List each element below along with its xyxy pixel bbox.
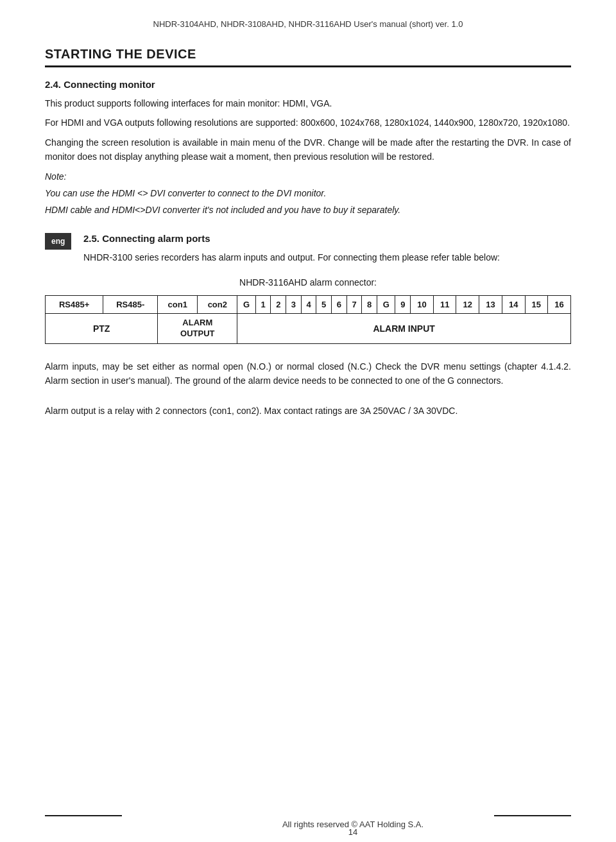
note-line1: You can use the HDMI <> DVI converter to… [45, 186, 571, 200]
col-14: 14 [502, 296, 525, 314]
col-3: 3 [286, 296, 302, 314]
section-divider [45, 65, 571, 67]
col-11: 11 [433, 296, 456, 314]
page-header: NHDR-3104AHD, NHDR-3108AHD, NHDR-3116AHD… [45, 19, 571, 29]
page-number: 14 [45, 827, 616, 837]
para-2-5-3: Alarm output is a relay with 2 connector… [45, 404, 571, 418]
header-title: NHDR-3104AHD, NHDR-3108AHD, NHDR-3116AHD… [153, 19, 463, 29]
section-2-5-wrapper: eng 2.5. Connecting alarm ports NHDR-310… [45, 233, 571, 264]
col-g1: G [237, 296, 255, 314]
section-main-title: STARTING THE DEVICE [45, 47, 571, 62]
col-13: 13 [479, 296, 502, 314]
para-2-4-2: For HDMI and VGA outputs following resol… [45, 116, 571, 130]
col-rs485minus: RS485- [103, 296, 158, 314]
alarm-output-cell: ALARMOUTPUT [158, 314, 237, 344]
ptz-cell: PTZ [46, 314, 158, 344]
page-container: NHDR-3104AHD, NHDR-3108AHD, NHDR-3116AHD… [0, 0, 616, 842]
col-con2: con2 [198, 296, 237, 314]
col-2: 2 [271, 296, 286, 314]
table-row-labels: PTZ ALARMOUTPUT ALARM INPUT [46, 314, 571, 344]
col-9: 9 [395, 296, 411, 314]
col-rs485plus: RS485+ [46, 296, 103, 314]
footer-line-right [494, 815, 571, 816]
alarm-table: RS485+ RS485- con1 con2 G 1 2 3 4 5 6 7 … [45, 295, 571, 344]
lang-tab: eng [45, 233, 71, 250]
para-2-5-1: NHDR-3100 series recorders has alarm inp… [83, 250, 571, 264]
col-8: 8 [362, 296, 377, 314]
col-g2: G [377, 296, 395, 314]
para-2-4-3: Changing the screen resolution is availa… [45, 135, 571, 164]
col-1: 1 [255, 296, 271, 314]
col-5: 5 [316, 296, 332, 314]
col-7: 7 [346, 296, 362, 314]
connector-label: NHDR-3116AHD alarm connector: [45, 277, 571, 288]
table-row-headers: RS485+ RS485- con1 con2 G 1 2 3 4 5 6 7 … [46, 296, 571, 314]
subsection-2-4-title: 2.4. Connecting monitor [45, 79, 571, 90]
alarm-table-wrapper: RS485+ RS485- con1 con2 G 1 2 3 4 5 6 7 … [45, 295, 571, 344]
col-4: 4 [301, 296, 316, 314]
footer-line-left [45, 815, 122, 816]
para-2-4-1: This product supports following interfac… [45, 96, 571, 110]
col-10: 10 [411, 296, 434, 314]
subsection-2-5-title: 2.5. Connecting alarm ports [83, 233, 571, 244]
para-2-5-2: Alarm inputs, may be set either as norma… [45, 359, 571, 388]
note-label: Note: [45, 169, 571, 184]
note-line2: HDMI cable and HDMI<>DVI converter it's … [45, 203, 571, 217]
col-6: 6 [332, 296, 347, 314]
col-con1: con1 [158, 296, 198, 314]
col-15: 15 [525, 296, 548, 314]
alarm-input-cell: ALARM INPUT [237, 314, 571, 344]
col-16: 16 [548, 296, 571, 314]
col-12: 12 [456, 296, 479, 314]
